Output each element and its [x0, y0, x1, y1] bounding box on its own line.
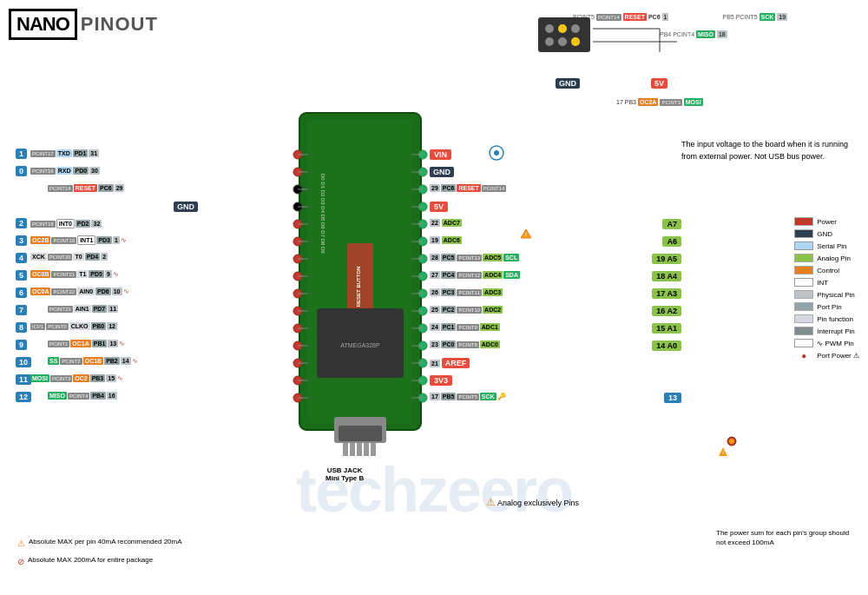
svg-text:!: ! — [722, 450, 724, 455]
svg-point-7 — [558, 37, 567, 46]
pin-reset-right-labels: 29 PC6 RESET PCINT14 — [430, 184, 506, 192]
svg-rect-0 — [299, 113, 421, 430]
legend-interrupt: Interrupt Pin — [817, 327, 855, 335]
pin-gnd-left-label: GND — [174, 202, 198, 212]
icsp-label-row2: PB4 PCINT4 MISO 18 — [660, 30, 727, 38]
icsp-5v-label: 5V — [651, 78, 667, 88]
legend-serial: Serial Pin — [817, 242, 846, 250]
svg-point-3 — [545, 24, 554, 33]
legend-pwm: ∿ PWM Pin — [817, 340, 854, 347]
a4-badge: 18 A4 — [652, 271, 681, 281]
pin-num-2: 2 — [16, 218, 27, 228]
d13-badge: 13 — [664, 393, 681, 402]
pin-ss-labels: SS PCINT2 OC1B PB2 14 ∿ — [48, 357, 138, 365]
pin-adc6-labels: 19 ADC6 — [430, 236, 462, 244]
logo-box: NANO — [9, 9, 77, 40]
pin-num-11: 11 — [16, 374, 31, 384]
svg-point-15 — [293, 220, 302, 228]
diagram-svg: RESET BUTTON ATMEGA328P ! D0 D1 D2 D3 D4… — [0, 0, 868, 595]
pin-ain0-labels: OC0A PCINT22 AIN0 PD6 10 ∿ — [30, 288, 129, 295]
svg-point-27 — [418, 168, 427, 176]
legend-gnd: GND — [817, 230, 832, 238]
power-sum-note: The power sum for each pin's group shoul… — [716, 528, 855, 547]
svg-rect-75 — [334, 417, 386, 443]
svg-point-11 — [293, 150, 302, 159]
pin-rxd-labels: PCINT16 RXD PD0 30 — [30, 167, 100, 175]
svg-point-23 — [293, 359, 302, 367]
vin-info: The input voltage to the board when it i… — [681, 139, 855, 162]
pin-clko-labels: ICP1 PCINT0 CLKO PB0 12 — [30, 322, 117, 330]
pin-t1-labels: OC0B PCINT21 T1 PD5 9 ∿ — [30, 270, 119, 278]
pin-ain1-labels: PCINT23 AIN1 PD7 11 — [48, 305, 118, 313]
watermark: techzeero — [296, 454, 572, 526]
svg-text:RESET BUTTON: RESET BUTTON — [356, 267, 361, 307]
usb-jack-label: USB JACK Mini Type B — [326, 466, 364, 482]
svg-rect-77 — [343, 443, 348, 456]
pin-int1-labels: OC2B PCINT19 INT1 PD3 1 ∿ — [30, 235, 127, 245]
a7-badge: A7 — [662, 219, 681, 228]
svg-point-30 — [418, 220, 427, 228]
svg-point-40 — [418, 393, 427, 402]
pin-adc7-labels: 22 ADC7 — [430, 219, 462, 227]
svg-rect-81 — [371, 443, 376, 456]
icsp-label-row1: PCINT5 PCINT14 RESET PC6 1 PB5 PCINT5 SC… — [573, 13, 787, 21]
pin-num-7: 7 — [16, 305, 27, 314]
svg-text:!: ! — [525, 232, 527, 237]
a6-badge: A6 — [662, 236, 681, 246]
pin-reset-left-labels: PCINT14 RESET PC6 29 — [48, 184, 124, 192]
legend-port: Port Pin — [817, 303, 841, 311]
legend-power: Power — [817, 218, 837, 226]
svg-point-93 — [727, 437, 736, 446]
a1-badge: 15 A1 — [652, 323, 681, 333]
pin-vin-label: VIN — [430, 149, 451, 160]
svg-point-87 — [494, 150, 499, 155]
legend-pin-function: Pin function — [817, 315, 853, 323]
svg-point-25 — [293, 393, 302, 402]
pin-num-0: 0 — [16, 166, 27, 175]
pin-aref-label: 21 AREF — [430, 358, 470, 368]
pin-miso-labels: MISO PCINT4 PB4 16 — [48, 392, 117, 400]
svg-point-8 — [571, 37, 580, 46]
svg-point-94 — [729, 439, 734, 444]
pin-txd-labels: PCINT17 TXD PD1 31 — [30, 149, 99, 157]
svg-point-21 — [293, 324, 302, 333]
svg-point-5 — [571, 24, 580, 33]
svg-marker-91 — [719, 447, 727, 456]
svg-point-26 — [418, 150, 427, 159]
svg-rect-80 — [364, 443, 369, 456]
logo-nano: NANO — [16, 13, 69, 35]
icsp-mosi-label: 17 PB3 OC2A PCINT3 MOSI — [616, 98, 703, 106]
warnings-box: ⚠ Absolute MAX per pin 40mA recommended … — [17, 537, 182, 569]
svg-point-32 — [418, 255, 427, 263]
svg-point-19 — [293, 289, 302, 298]
svg-point-9 — [558, 24, 567, 33]
logo: NANO PINOUT — [9, 9, 158, 40]
svg-text:D0 D1 D2 D3 D4 D5 D6 D7 D8 D9: D0 D1 D2 D3 D4 D5 D6 D7 D8 D9 — [320, 174, 326, 254]
svg-rect-78 — [350, 443, 355, 456]
pin-num-9: 9 — [16, 340, 27, 349]
svg-point-39 — [418, 376, 427, 385]
pin-mosi-labels: MOSI PCINT3 OC2 PB3 15 ∿ — [30, 374, 123, 382]
pin-sck-labels: 17 PB5 PCINT5 SCK 🔑 — [430, 393, 506, 400]
legend-physical: Physical Pin — [817, 291, 855, 299]
svg-point-86 — [490, 146, 503, 160]
svg-text:ATMEGA328P: ATMEGA328P — [340, 342, 380, 348]
legend-analog: Analog Pin — [817, 255, 851, 262]
svg-point-14 — [293, 202, 302, 211]
logo-pinout: PINOUT — [81, 13, 158, 36]
a5-badge: 19 A5 — [652, 254, 681, 263]
svg-point-12 — [293, 168, 302, 176]
pin-adc2-labels: 25 PC2 PCINT10 ADC2 — [430, 306, 503, 314]
svg-rect-76 — [339, 426, 382, 441]
svg-point-34 — [418, 289, 427, 298]
svg-rect-1 — [308, 120, 412, 424]
pin-adc0-labels: 23 PC0 PCINT8 ADC0 — [430, 340, 500, 348]
svg-point-36 — [418, 324, 427, 333]
pin-num-5: 5 — [16, 270, 27, 280]
icsp-gnd-label: GND — [556, 78, 580, 88]
pin-int0-labels: PCINT18 INT0 PD2 32 — [30, 219, 102, 228]
pin-num-12: 12 — [16, 392, 31, 401]
svg-marker-88 — [521, 229, 531, 238]
pin-num-4: 4 — [16, 253, 27, 262]
svg-point-31 — [418, 237, 427, 246]
